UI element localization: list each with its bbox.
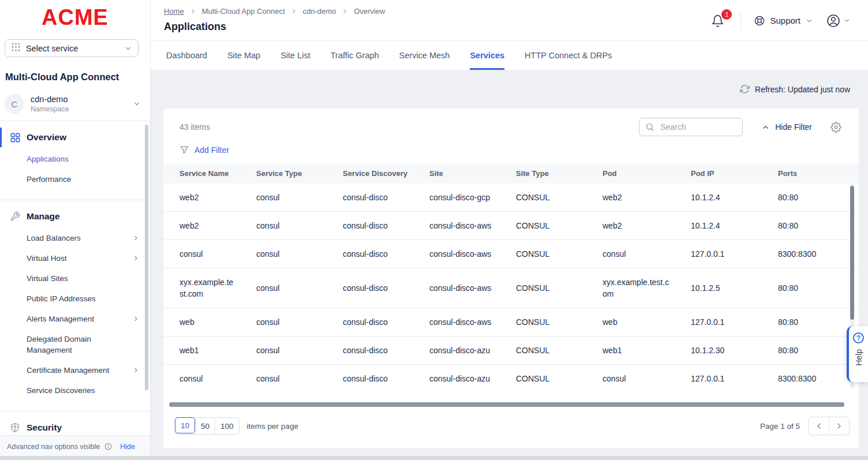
sidebar-item-alerts-management[interactable]: Alerts Management: [0, 309, 150, 329]
notifications-button[interactable]: 1: [711, 13, 728, 28]
breadcrumb-item-multi-cloud-app-connect[interactable]: Multi-Cloud App Connect: [202, 7, 285, 16]
table-cell: 80:80: [762, 268, 859, 308]
add-filter-button[interactable]: Add Filter: [163, 137, 859, 163]
sidebar-item-performance[interactable]: Performance: [0, 169, 150, 189]
refresh-label: Refresh: Updated just now: [755, 85, 850, 94]
top-header: HomeMulti-Cloud App Connectcdn-demoOverv…: [151, 0, 868, 41]
sidebar-item-certificate-management[interactable]: Certificate Management: [0, 360, 150, 380]
help-label: Help: [854, 349, 863, 366]
table-cell: consul: [163, 240, 240, 268]
table-cell: consul-disco-aws: [413, 268, 500, 308]
sidebar-item-load-balancers[interactable]: Load Balancers: [0, 228, 150, 248]
hide-nav-link[interactable]: Hide: [120, 443, 135, 451]
table-cell: consul-disco-gcp: [413, 184, 500, 212]
service-selector-label: Select service: [26, 44, 119, 53]
tab-http-connect-drps[interactable]: HTTP Connect & DRPs: [525, 41, 612, 70]
table-cell: web2: [163, 212, 240, 240]
filter-funnel-icon: [179, 145, 189, 155]
account-menu[interactable]: [826, 13, 851, 28]
sidebar-item-label: Virtual Sites: [27, 273, 68, 284]
breadcrumb-item-cdn-demo[interactable]: cdn-demo: [303, 7, 336, 16]
info-icon: [104, 442, 113, 451]
sidebar-section-header-security[interactable]: Security: [0, 417, 150, 435]
table-cell: consul-disco-azu: [413, 336, 500, 365]
tab-site-list[interactable]: Site List: [280, 41, 310, 70]
chevron-right-icon: [132, 313, 140, 324]
items-count: 43 items: [179, 122, 210, 132]
help-tab[interactable]: ? Help: [847, 326, 868, 382]
table-cell: web: [586, 308, 675, 336]
table-cell: 10.1.2.30: [675, 336, 762, 365]
sidebar-section-header-manage[interactable]: Manage: [0, 206, 150, 227]
notification-badge: 1: [721, 9, 732, 20]
sidebar-scrollbar[interactable]: [145, 125, 148, 390]
table-cell: consul-disco: [327, 336, 413, 365]
table-row[interactable]: web1consulconsul-discoconsul-disco-azuCO…: [163, 336, 859, 365]
breadcrumb-item-home[interactable]: Home: [164, 7, 184, 16]
hide-filter-label: Hide Filter: [775, 122, 812, 132]
next-page-button[interactable]: [829, 417, 849, 435]
table-cell: consul-disco: [327, 184, 413, 212]
support-menu[interactable]: Support: [754, 15, 813, 27]
tab-services[interactable]: Services: [470, 41, 504, 70]
sidebar-item-applications[interactable]: Applications: [0, 149, 150, 169]
gear-icon[interactable]: [830, 122, 843, 133]
table-row[interactable]: webconsulconsul-discoconsul-disco-awsCON…: [163, 308, 859, 336]
support-label: Support: [770, 16, 800, 25]
page-size-50[interactable]: 50: [195, 418, 215, 434]
sidebar-item-virtual-sites[interactable]: Virtual Sites: [0, 268, 150, 289]
prev-page-button[interactable]: [809, 417, 829, 435]
chevron-right-icon: [290, 8, 298, 15]
table-row[interactable]: web2consulconsul-discoconsul-disco-gcpCO…: [163, 184, 859, 212]
sidebar-item-virtual-host[interactable]: Virtual Host: [0, 248, 150, 268]
tab-site-map[interactable]: Site Map: [227, 41, 260, 70]
table-cell: CONSUL: [500, 212, 586, 240]
table-cell: consul-disco-azu: [413, 365, 500, 393]
sidebar-section-overview: OverviewApplicationsPerformance: [0, 127, 150, 194]
table-row[interactable]: consulconsulconsul-discoconsul-disco-aws…: [163, 240, 859, 268]
search-input[interactable]: [659, 122, 736, 132]
namespace-selector[interactable]: C cdn-demo Namespace: [0, 91, 150, 121]
table-cell: consul-disco: [327, 240, 413, 268]
main-area: HomeMulti-Cloud App Connectcdn-demoOverv…: [151, 0, 868, 460]
table-cell: consul: [240, 336, 327, 365]
sidebar-section-header-overview[interactable]: Overview: [0, 127, 150, 148]
sidebar-item-public-ip-addresses[interactable]: Public IP Addresses: [0, 289, 150, 309]
sidebar-item-label: Performance: [27, 174, 71, 185]
tab-bar: DashboardSite MapSite ListTraffic GraphS…: [151, 41, 868, 70]
sidebar-item-label: Applications: [27, 154, 69, 164]
table-row[interactable]: xyx.example.test.comconsulconsul-discoco…: [163, 268, 859, 308]
table-row[interactable]: web2consulconsul-discoconsul-disco-awsCO…: [163, 212, 859, 240]
sidebar-item-label: Delegated Domain Management: [27, 334, 112, 356]
refresh-icon: [740, 84, 750, 94]
table-cell: 80:80: [762, 308, 859, 336]
sidebar-item-service-discoveries[interactable]: Service Discoveries: [0, 380, 150, 401]
page-size-10[interactable]: 10: [175, 417, 195, 433]
refresh-status[interactable]: Refresh: Updated just now: [151, 70, 868, 94]
shield-icon: [9, 422, 21, 433]
tab-dashboard[interactable]: Dashboard: [166, 41, 207, 70]
vertical-scroll-thumb[interactable]: [850, 186, 854, 320]
tab-traffic-graph[interactable]: Traffic Graph: [331, 41, 379, 70]
question-icon: ?: [853, 332, 864, 343]
sidebar-item-label: Alerts Management: [27, 313, 94, 324]
horizontal-scroll-thumb[interactable]: [169, 402, 844, 407]
pagination-bar: 1050100 items per page Page 1 of 5: [163, 407, 859, 448]
sidebar-item-delegated-domain-management[interactable]: Delegated Domain Management: [0, 329, 150, 360]
sidebar-item-label: Certificate Management: [27, 365, 109, 376]
search-box: [639, 118, 743, 136]
column-header-service-discovery: Service Discovery: [327, 163, 413, 184]
table-cell: web2: [586, 212, 675, 240]
service-selector[interactable]: Select service: [5, 39, 139, 57]
table-row[interactable]: consulconsulconsul-discoconsul-disco-azu…: [163, 365, 859, 393]
sidebar-item-label: Service Discoveries: [27, 385, 95, 396]
column-header-ports: Ports: [762, 163, 859, 184]
table-cell: CONSUL: [500, 184, 586, 212]
sidebar-item-label: Load Balancers: [27, 233, 81, 244]
page-size-100[interactable]: 100: [215, 418, 239, 434]
tab-service-mesh[interactable]: Service Mesh: [399, 41, 450, 70]
column-header-pod: Pod: [586, 163, 675, 184]
hide-filter-button[interactable]: Hide Filter: [761, 122, 812, 132]
chevron-right-icon: [189, 8, 197, 15]
table-header-row: Service NameService TypeService Discover…: [163, 163, 859, 184]
